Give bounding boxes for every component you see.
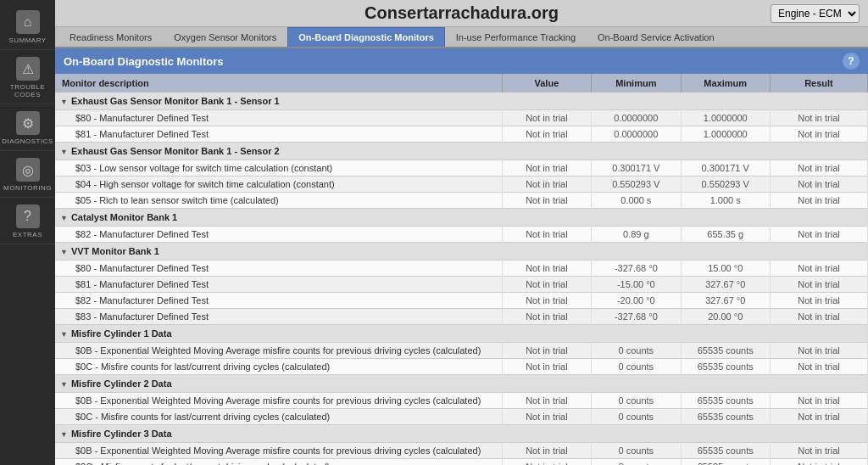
row-description: $0B - Exponential Weighted Moving Averag… bbox=[55, 393, 502, 409]
help-button[interactable]: ? bbox=[843, 53, 860, 70]
table-group-header[interactable]: ▼VVT Monitor Bank 1 bbox=[55, 243, 868, 261]
table-row: $80 - Manufacturer Defined Test Not in t… bbox=[55, 110, 868, 126]
row-description: $0C - Misfire counts for last/current dr… bbox=[55, 359, 502, 375]
row-description: $05 - Rich to lean sensor switch time (c… bbox=[55, 193, 502, 209]
row-min: 0 counts bbox=[592, 359, 681, 375]
row-result: Not in trial bbox=[770, 359, 867, 375]
row-min: -15.00 °0 bbox=[592, 277, 681, 293]
table-row: $0B - Exponential Weighted Moving Averag… bbox=[55, 443, 868, 459]
row-value: Not in trial bbox=[502, 160, 591, 176]
row-max: 0.550293 V bbox=[681, 176, 770, 193]
table-group-header[interactable]: ▼Misfire Cylinder 1 Data bbox=[55, 325, 868, 343]
row-max: 327.67 °0 bbox=[681, 277, 770, 293]
row-min: -327.68 °0 bbox=[592, 261, 681, 277]
group-name: ▼Exhaust Gas Sensor Monitor Bank 1 - Sen… bbox=[55, 92, 868, 110]
table-row: $82 - Manufacturer Defined Test Not in t… bbox=[55, 293, 868, 309]
table-row: $0C - Misfire counts for last/current dr… bbox=[55, 359, 868, 375]
engine-selector[interactable]: Engine - ECM bbox=[771, 4, 860, 23]
group-name: ▼VVT Monitor Bank 1 bbox=[55, 243, 868, 261]
sidebar-icon-extras: ? bbox=[16, 204, 40, 228]
toggle-arrow: ▼ bbox=[60, 380, 68, 389]
panel-title: On-Board Diagnostic Monitors bbox=[64, 55, 224, 68]
row-result: Not in trial bbox=[770, 193, 867, 209]
table-row: $04 - High sensor voltage for switch tim… bbox=[55, 176, 868, 193]
row-value: Not in trial bbox=[502, 443, 591, 459]
sidebar-label-monitoring: MONITORING bbox=[3, 184, 52, 192]
sidebar-label-summary: SUMMARY bbox=[8, 36, 46, 44]
row-value: Not in trial bbox=[502, 277, 591, 293]
row-result: Not in trial bbox=[770, 110, 867, 126]
table-row: $0B - Exponential Weighted Moving Averag… bbox=[55, 393, 868, 409]
tab-onboard_diag[interactable]: On-Board Diagnostic Monitors bbox=[287, 27, 445, 47]
table-row: $05 - Rich to lean sensor switch time (c… bbox=[55, 193, 868, 209]
sidebar-item-trouble[interactable]: ⚠ TROUBLE CODES bbox=[0, 50, 55, 104]
row-result: Not in trial bbox=[770, 459, 867, 466]
table-row: $0C - Misfire counts for last/current dr… bbox=[55, 459, 868, 466]
table-row: $0C - Misfire counts for last/current dr… bbox=[55, 409, 868, 425]
sidebar-icon-monitoring: ◎ bbox=[16, 158, 40, 182]
row-min: -20.00 °0 bbox=[592, 293, 681, 309]
content-area: On-Board Diagnostic Monitors ? Monitor d… bbox=[55, 48, 868, 465]
row-result: Not in trial bbox=[770, 343, 867, 359]
table-group-header[interactable]: ▼Misfire Cylinder 2 Data bbox=[55, 375, 868, 393]
row-max: 65535 counts bbox=[681, 359, 770, 375]
row-value: Not in trial bbox=[502, 309, 591, 325]
row-min: 0.0000000 bbox=[592, 110, 681, 126]
sidebar-label-extras: EXTRAS bbox=[13, 231, 42, 238]
table-group-header[interactable]: ▼Exhaust Gas Sensor Monitor Bank 1 - Sen… bbox=[55, 92, 868, 110]
col-value: Value bbox=[502, 74, 591, 92]
tab-oxygen[interactable]: Oxygen Sensor Monitors bbox=[163, 27, 287, 47]
row-value: Not in trial bbox=[502, 227, 591, 243]
sidebar-item-summary[interactable]: ⌂ SUMMARY bbox=[0, 3, 55, 50]
row-result: Not in trial bbox=[770, 393, 867, 409]
row-result: Not in trial bbox=[770, 176, 867, 193]
row-description: $80 - Manufacturer Defined Test bbox=[55, 110, 502, 126]
row-result: Not in trial bbox=[770, 309, 867, 325]
row-min: 0 counts bbox=[592, 393, 681, 409]
col-description: Monitor description bbox=[55, 74, 502, 92]
row-description: $0B - Exponential Weighted Moving Averag… bbox=[55, 343, 502, 359]
row-result: Not in trial bbox=[770, 409, 867, 425]
row-max: 65535 counts bbox=[681, 343, 770, 359]
row-result: Not in trial bbox=[770, 277, 867, 293]
toggle-arrow: ▼ bbox=[60, 330, 68, 339]
tab-service[interactable]: On-Board Service Activation bbox=[587, 27, 726, 47]
row-value: Not in trial bbox=[502, 359, 591, 375]
row-value: Not in trial bbox=[502, 110, 591, 126]
row-max: 1.000 s bbox=[681, 193, 770, 209]
panel-header: On-Board Diagnostic Monitors ? bbox=[55, 48, 868, 74]
sidebar-label-diagnostics: DIAGNOSTICS bbox=[2, 137, 53, 145]
row-min: -327.68 °0 bbox=[592, 309, 681, 325]
sidebar-item-monitoring[interactable]: ◎ MONITORING bbox=[0, 151, 55, 198]
row-value: Not in trial bbox=[502, 459, 591, 466]
sidebar-icon-diagnostics: ⚙ bbox=[16, 111, 40, 135]
sidebar-icon-trouble: ⚠ bbox=[16, 57, 40, 81]
row-value: Not in trial bbox=[502, 409, 591, 425]
row-min: 0 counts bbox=[592, 443, 681, 459]
tab-readiness[interactable]: Readiness Monitors bbox=[58, 27, 163, 47]
row-result: Not in trial bbox=[770, 160, 867, 176]
toggle-arrow: ▼ bbox=[60, 248, 68, 256]
table-header-row: Monitor description Value Minimum Maximu… bbox=[55, 74, 868, 92]
table-group-header[interactable]: ▼Exhaust Gas Sensor Monitor Bank 1 - Sen… bbox=[55, 143, 868, 160]
monitors-table: Monitor description Value Minimum Maximu… bbox=[55, 74, 868, 465]
row-max: 1.0000000 bbox=[681, 126, 770, 143]
table-group-header[interactable]: ▼Catalyst Monitor Bank 1 bbox=[55, 209, 868, 227]
table-body: ▼Exhaust Gas Sensor Monitor Bank 1 - Sen… bbox=[55, 92, 868, 465]
row-max: 65535 counts bbox=[681, 443, 770, 459]
toggle-arrow: ▼ bbox=[60, 430, 68, 439]
header: Consertarrachadura.org Engine - ECM bbox=[55, 0, 868, 27]
sidebar-item-extras[interactable]: ? EXTRAS bbox=[0, 198, 55, 244]
row-min: 0 counts bbox=[592, 409, 681, 425]
table-row: $03 - Low sensor voltage for switch time… bbox=[55, 160, 868, 176]
row-value: Not in trial bbox=[502, 261, 591, 277]
sidebar-item-diagnostics[interactable]: ⚙ DIAGNOSTICS bbox=[0, 104, 55, 151]
tab-inuse[interactable]: In-use Performance Tracking bbox=[445, 27, 587, 47]
row-description: $0B - Exponential Weighted Moving Averag… bbox=[55, 443, 502, 459]
row-max: 327.67 °0 bbox=[681, 293, 770, 309]
row-description: $81 - Manufacturer Defined Test bbox=[55, 277, 502, 293]
row-description: $82 - Manufacturer Defined Test bbox=[55, 293, 502, 309]
table-group-header[interactable]: ▼Misfire Cylinder 3 Data bbox=[55, 425, 868, 443]
row-max: 20.00 °0 bbox=[681, 309, 770, 325]
row-min: 0.550293 V bbox=[592, 176, 681, 193]
